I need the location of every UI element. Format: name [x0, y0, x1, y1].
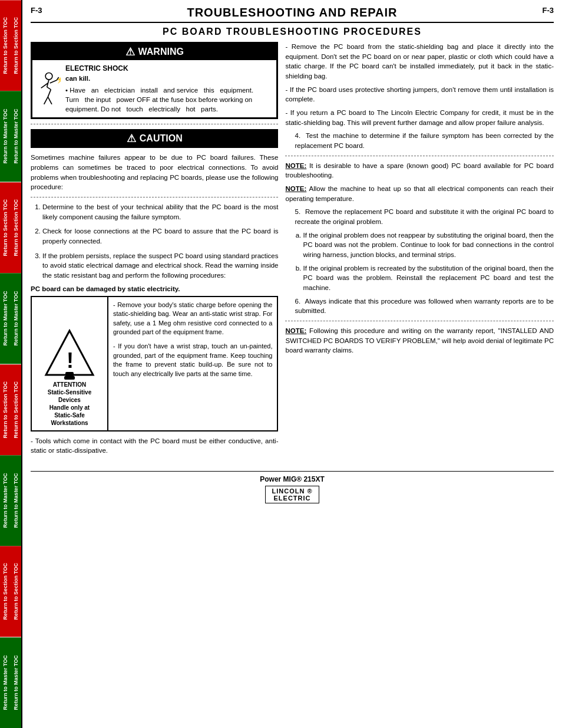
warning-label: WARNING — [138, 47, 184, 57]
left-column: ⚠ WARNING — [31, 42, 278, 459]
return-section-toc-5[interactable]: Return to Section TOC — [11, 0, 21, 91]
static-warning-label: PC board can be damaged by static electr… — [31, 285, 278, 292]
proc-item-2: Check for loose connections at the PC bo… — [42, 226, 278, 246]
svg-line-7 — [44, 97, 48, 104]
svg-text:!: ! — [67, 348, 74, 373]
attention-label: ATTENTIONStatic-SensitiveDevicesHandle o… — [48, 381, 91, 426]
note2-label: NOTE: — [285, 185, 306, 192]
page-num-right: F-3 — [543, 6, 554, 15]
proc-item-1: Determine to the best of your technical … — [42, 202, 278, 222]
logo-line1: LINCOLN — [272, 487, 305, 495]
return-master-toc-5[interactable]: Return to Master TOC — [11, 91, 21, 182]
sidebar: Return to Section TOC Return to Master T… — [0, 0, 21, 728]
note-1: NOTE: It is desirable to have a spare (k… — [285, 161, 554, 180]
alpha-item-a: If the original problem does not reappea… — [303, 230, 554, 260]
page-footer: Power MIG® 215XT LINCOLN ® ELECTRIC — [31, 471, 554, 503]
svg-line-8 — [48, 97, 52, 104]
static-text-1: - Remove your body's static charge befor… — [113, 301, 272, 337]
static-text: - Remove your body's static charge befor… — [108, 297, 277, 430]
return-master-toc-2[interactable]: Return to Master TOC — [0, 273, 11, 364]
warning-text: ELECTRIC SHOCK can kill. • Have an elect… — [65, 64, 272, 114]
note3-label: NOTE: — [285, 327, 306, 334]
lincoln-electric-logo: LINCOLN ® ELECTRIC — [265, 486, 319, 503]
return-section-toc-3[interactable]: Return to Section TOC — [0, 364, 11, 455]
page-title: TROUBLESHOOTING AND REPAIR — [42, 6, 543, 19]
right-column: - Remove the PC board from the static-sh… — [285, 42, 554, 459]
right-item-4: 4. Test the machine to determine if the … — [285, 131, 554, 150]
logo-dot: ® — [307, 487, 312, 495]
right-item-3: - If you return a PC board to The Lincol… — [285, 108, 554, 127]
note1-label: NOTE: — [285, 162, 306, 169]
divider-2 — [31, 197, 278, 197]
return-section-toc-4[interactable]: Return to Section TOC — [0, 546, 11, 637]
footer-product: Power MIG® 215XT — [31, 475, 554, 483]
divider-r1 — [285, 156, 554, 156]
return-master-toc-6[interactable]: Return to Master TOC — [11, 273, 21, 364]
svg-line-2 — [47, 87, 51, 89]
alpha-list: If the original problem does not reappea… — [285, 230, 554, 293]
static-text-2: - If you don't have a wrist strap, touch… — [113, 342, 272, 378]
note3-text: Following this procedure and writing on … — [285, 327, 554, 354]
page-header: F-3 TROUBLESHOOTING AND REPAIR F-3 — [31, 6, 554, 23]
return-section-toc-1[interactable]: Return to Section TOC — [0, 0, 11, 91]
return-section-toc-6[interactable]: Return to Section TOC — [11, 182, 21, 273]
warning-box: ⚠ WARNING — [31, 42, 278, 119]
page-num-left: F-3 — [31, 6, 42, 15]
divider-1 — [31, 124, 278, 124]
svg-rect-13 — [64, 376, 75, 380]
svg-point-0 — [45, 73, 52, 80]
main-columns: ⚠ WARNING — [31, 42, 554, 459]
return-master-toc-1[interactable]: Return to Master TOC — [0, 91, 11, 182]
static-device-box: ! ATTENTIONStatic-SensitiveDevicesHandle… — [31, 296, 278, 431]
right-item-5: 5. Remove the replacement PC board and s… — [285, 207, 554, 226]
note-3: NOTE: Following this procedure and writi… — [285, 326, 554, 355]
return-master-toc-7[interactable]: Return to Master TOC — [11, 455, 21, 546]
svg-text:⚡: ⚡ — [56, 75, 61, 84]
warning-header: ⚠ WARNING — [32, 44, 276, 60]
page-content: F-3 TROUBLESHOOTING AND REPAIR F-3 PC BO… — [21, 0, 562, 728]
note-2: NOTE: Allow the machine to heat up so th… — [285, 184, 554, 203]
svg-line-3 — [48, 89, 51, 97]
warning-body: • Have an electrician install and servic… — [65, 85, 272, 114]
tools-note: - Tools which come in contact with the P… — [31, 436, 278, 456]
return-master-toc-8[interactable]: Return to Master TOC — [11, 637, 21, 728]
note1-text: It is desirable to have a spare (known g… — [285, 162, 554, 179]
return-section-toc-7[interactable]: Return to Section TOC — [11, 364, 21, 455]
warning-triangle-icon: ⚠ — [125, 45, 135, 58]
return-section-toc-8[interactable]: Return to Section TOC — [11, 546, 21, 637]
right-item-6: 6. Always indicate that this procedure w… — [285, 297, 554, 316]
shock-title: ELECTRIC SHOCK — [65, 64, 272, 74]
right-item-1: - Remove the PC board from the static-sh… — [285, 42, 554, 81]
warning-content: ⚡ ELECTRIC SHOCK can kill. • Have an ele… — [32, 60, 276, 117]
caution-box: ⚠ CAUTION — [31, 129, 278, 148]
right-item-2: - If the PC board uses protective shorti… — [285, 85, 554, 104]
caution-body: Sometimes machine failures appear to be … — [31, 153, 278, 192]
caution-label: CAUTION — [140, 133, 183, 144]
return-section-toc-2[interactable]: Return to Section TOC — [0, 182, 11, 273]
procedure-list: Determine to the best of your technical … — [31, 202, 278, 281]
sub-title: PC BOARD TROUBLESHOOTING PROCEDURES — [31, 27, 554, 37]
note2-text: Allow the machine to heat up so that all… — [285, 185, 554, 202]
static-device-label: ATTENTIONStatic-SensitiveDevicesHandle o… — [48, 381, 91, 427]
return-master-toc-4[interactable]: Return to Master TOC — [0, 637, 11, 728]
caution-triangle-icon: ⚠ — [127, 132, 136, 145]
electric-shock-icon: ⚡ — [37, 64, 61, 114]
caution-header: ⚠ CAUTION — [32, 130, 277, 147]
divider-r2 — [285, 321, 554, 321]
return-master-toc-3[interactable]: Return to Master TOC — [0, 455, 11, 546]
proc-item-3: If the problem persists, replace the sus… — [42, 251, 278, 281]
alpha-item-b: If the original problem is recreated by … — [303, 263, 554, 293]
static-icon-area: ! ATTENTIONStatic-SensitiveDevicesHandle… — [32, 297, 108, 430]
logo-line2: ELECTRIC — [274, 495, 311, 502]
shock-sub: can kill. — [65, 74, 272, 83]
